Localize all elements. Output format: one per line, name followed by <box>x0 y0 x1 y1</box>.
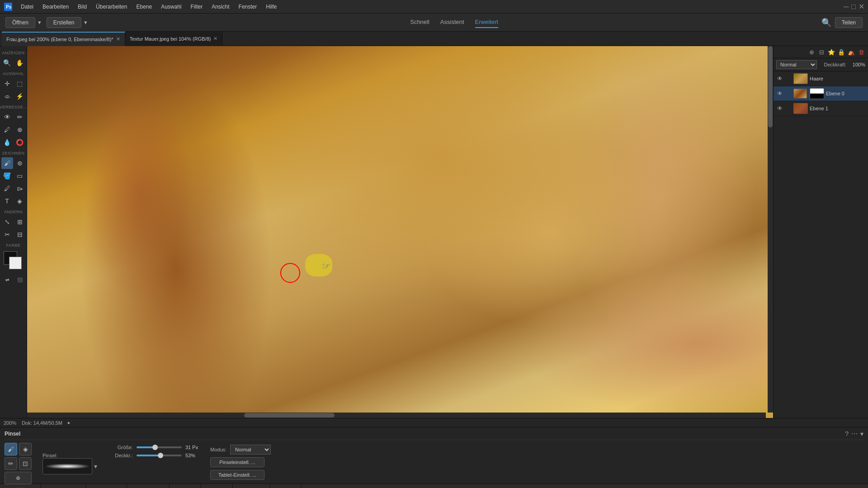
pinsel-dropdown-arrow[interactable]: ▾ <box>94 463 97 470</box>
pinsel-preview[interactable] <box>42 458 92 474</box>
open-button[interactable]: Öffnen <box>5 17 35 28</box>
nav-ebenen[interactable]: ◧ Ebenen <box>699 485 725 488</box>
enhance-tool4[interactable]: ⊕ <box>14 124 26 136</box>
magic-tool[interactable]: ⚡ <box>14 90 26 102</box>
close-tab-frau[interactable]: ✕ <box>116 36 120 42</box>
layer-eye-haare[interactable]: 👁 <box>776 75 783 82</box>
nav-stile[interactable]: ◈ Stile <box>786 485 804 488</box>
menu-auswahl[interactable]: Auswahl <box>157 2 185 12</box>
layer-eye-ebene1[interactable]: 👁 <box>776 105 783 112</box>
menu-hilfe[interactable]: Hilfe <box>262 2 280 12</box>
teilen-button[interactable]: Teilen <box>835 17 863 28</box>
erase-tool[interactable]: ◈ <box>14 195 26 207</box>
layer-haare[interactable]: 👁 Haare <box>774 71 868 86</box>
nav-organizer[interactable]: 📁 Organizer <box>233 484 269 488</box>
nav-start[interactable]: ⌂ Start <box>270 484 302 488</box>
nav-effekte[interactable]: ✨ Effekte <box>730 485 755 488</box>
collapse-icon[interactable]: ▾ <box>860 430 863 437</box>
rp-icon4[interactable]: 🔒 <box>837 48 845 56</box>
lasso-tool[interactable]: ⌯ <box>1 90 13 102</box>
layer-eye-ebene0[interactable]: 👁 <box>776 90 783 97</box>
menu-datei[interactable]: Datei <box>17 2 37 12</box>
rp-icon3[interactable]: ⭐ <box>827 48 835 56</box>
enhance-tool3[interactable]: 🖊 <box>1 124 13 136</box>
menu-bild[interactable]: Bild <box>74 2 90 12</box>
more-icon[interactable]: ⋯ <box>851 430 858 437</box>
tab-assistent[interactable]: Assistent <box>440 17 464 28</box>
nav-mehr[interactable]: + Mehr <box>843 485 863 488</box>
menu-ueberarbeiten[interactable]: Überarbeiten <box>92 2 131 12</box>
create-arrow[interactable]: ▾ <box>84 19 87 26</box>
canvas-hscroll-thumb[interactable] <box>244 413 335 418</box>
nav-rueckgaengig[interactable]: ↩ Rückgängig <box>86 484 127 488</box>
nav-drehen[interactable]: ↻ Drehen <box>170 484 201 488</box>
text-tool[interactable]: T <box>1 195 13 207</box>
move-tool[interactable]: ✛ <box>1 78 13 89</box>
pinsel-paint-btn[interactable]: 🖌 <box>5 443 17 455</box>
help-icon[interactable]: ? <box>845 430 849 437</box>
layer-ebene0[interactable]: 👁 Ebene 0 <box>774 86 868 101</box>
tableteinstell-button[interactable]: Tablet-Einstell. ... <box>210 470 264 480</box>
menu-bearbeiten[interactable]: Bearbeiten <box>39 2 72 12</box>
transform-tool[interactable]: ⊞ <box>14 216 26 228</box>
swap-colors[interactable]: ⇄ <box>1 274 13 286</box>
status-arrow[interactable]: ▸ <box>68 420 71 426</box>
rp-icon5[interactable]: ⛺ <box>847 48 855 56</box>
pinsel-erase-btn[interactable]: ◈ <box>19 443 32 455</box>
enhance-tool5[interactable]: 💧 <box>1 136 13 148</box>
enhance-tool6[interactable]: ⭕ <box>14 136 26 148</box>
menu-ansicht[interactable]: Ansicht <box>208 2 233 12</box>
blend-mode-select[interactable]: Normal <box>776 60 817 69</box>
tab-schnell[interactable]: Schnell <box>410 17 429 28</box>
groesse-slider[interactable] <box>137 446 182 448</box>
canvas-hscrollbar[interactable] <box>27 413 766 418</box>
crop-tool[interactable]: ⤡ <box>1 216 13 228</box>
nav-layout[interactable]: ⊞ Layout <box>201 484 233 488</box>
pinsel-brush-type[interactable]: ✏ <box>5 457 17 470</box>
menu-fenster[interactable]: Fenster <box>235 2 261 12</box>
create-button[interactable]: Erstellen <box>47 17 81 28</box>
tab-textur[interactable]: Textur Mauer.jpeg bei 104% (RGB/8) ✕ <box>125 32 223 46</box>
selection-tool[interactable]: ⬚ <box>14 78 26 89</box>
canvas-area[interactable]: ☞ <box>27 46 773 418</box>
nav-grafiken[interactable]: ◻ Grafiken <box>810 485 838 488</box>
layer-ebene1[interactable]: 👁 Ebene 1 <box>774 101 868 116</box>
brush-tool[interactable]: 🖌 <box>1 157 13 169</box>
close-tab-textur[interactable]: ✕ <box>213 36 217 42</box>
default-colors[interactable]: ⬛ <box>14 274 26 286</box>
zoom-tool[interactable]: 🔍 <box>1 57 13 69</box>
enhance-tool1[interactable]: 👁 <box>1 111 13 123</box>
rp-delete[interactable]: 🗑 <box>857 48 865 56</box>
open-arrow[interactable]: ▾ <box>38 19 41 26</box>
close-icon[interactable]: ✕ <box>859 2 864 11</box>
fill-tool[interactable]: 🪣 <box>1 170 13 182</box>
minimize-icon[interactable]: ─ <box>844 3 849 11</box>
clone-tool[interactable]: ⊛ <box>14 157 26 169</box>
search-icon[interactable]: 🔍 <box>821 18 831 28</box>
nav-fotobereich[interactable]: 🖼 Fotobereich <box>0 484 41 488</box>
menu-ebene[interactable]: Ebene <box>132 2 156 12</box>
pinsel-airbrush[interactable]: ⊡ <box>19 457 32 470</box>
pinseleinstell-button[interactable]: Pinseleinstell. ... <box>210 457 264 467</box>
enhance-tool2[interactable]: ✏ <box>14 111 26 123</box>
rp-icon1[interactable]: ⊕ <box>807 48 816 56</box>
tab-frau[interactable]: Frau.jpeg bei 200% (Ebene 0, Ebenenmaske… <box>2 32 125 46</box>
nav-filter[interactable]: ⬡ Filter <box>760 485 780 488</box>
rp-icon2[interactable]: ⊟ <box>817 48 826 56</box>
deckk-slider[interactable] <box>137 455 182 456</box>
freeform-tool[interactable]: ⌲ <box>14 183 26 194</box>
background-color[interactable] <box>9 257 22 269</box>
pen-tool[interactable]: 🖊 <box>1 183 13 194</box>
recompose-tool[interactable]: ✂ <box>1 229 13 240</box>
nav-wz-optionen[interactable]: ✏ WZ-Optionen <box>41 484 85 488</box>
canvas-vscrollbar[interactable] <box>768 46 773 413</box>
maximize-icon[interactable]: □ <box>851 3 856 11</box>
tab-erweitert[interactable]: Erweitert <box>475 17 498 28</box>
hand-tool[interactable]: ✋ <box>14 57 26 69</box>
menu-filter[interactable]: Filter <box>187 2 207 12</box>
straighten-tool[interactable]: ⊟ <box>14 229 26 240</box>
pinsel-wide-btn[interactable]: ⊕ <box>5 472 32 484</box>
nav-wiederholen[interactable]: ↪ Wiederholen <box>127 484 170 488</box>
shape-tool[interactable]: ▭ <box>14 170 26 182</box>
canvas-vscroll-thumb[interactable] <box>768 46 773 127</box>
